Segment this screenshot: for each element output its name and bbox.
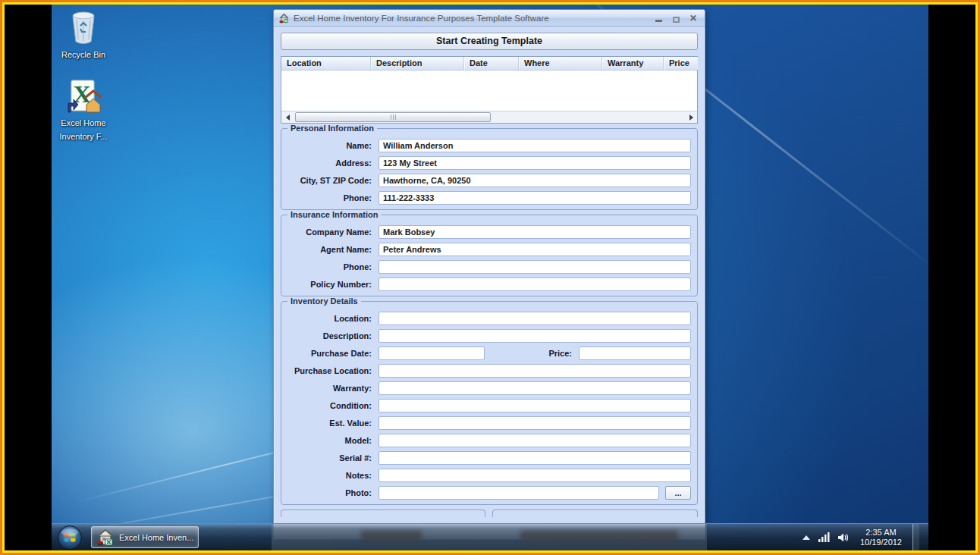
notes-field[interactable] xyxy=(378,469,691,482)
close-icon: ✕ xyxy=(689,13,697,24)
form-row: Condition: xyxy=(287,399,691,412)
bottom-left-group-stub xyxy=(281,510,485,517)
company-name-label: Company Name: xyxy=(287,227,378,237)
column-header-warranty[interactable]: Warranty xyxy=(602,57,664,70)
recycle-bin-icon xyxy=(66,9,101,45)
form-row: Phone: xyxy=(287,191,691,205)
insurance-phone-field[interactable] xyxy=(378,260,691,274)
description-label: Description: xyxy=(287,331,378,340)
policy-number-field[interactable] xyxy=(378,278,691,291)
form-row: Model: xyxy=(287,434,691,447)
form-row: Name: xyxy=(287,139,691,152)
clock-time: 2:35 AM xyxy=(865,528,896,537)
scroll-right-icon xyxy=(689,114,693,121)
purchase-location-label: Purchase Location: xyxy=(287,366,378,375)
warranty-field[interactable] xyxy=(378,381,691,395)
maximize-button[interactable] xyxy=(671,14,681,23)
est-value-field[interactable] xyxy=(378,416,691,430)
desktop-icon-label-line1: Excel Home xyxy=(61,118,105,127)
taskbar: Excel Home Inven... xyxy=(52,523,928,550)
agent-name-field[interactable] xyxy=(378,243,691,256)
clock[interactable]: 2:35 AM 10/19/2012 xyxy=(857,528,905,547)
network-bars-icon xyxy=(818,532,830,543)
notes-label: Notes: xyxy=(287,471,378,480)
network-icon[interactable] xyxy=(818,532,830,543)
column-header-date[interactable]: Date xyxy=(464,57,519,70)
column-header-description[interactable]: Description xyxy=(371,57,464,70)
purchase-date-label: Purchase Date: xyxy=(287,349,378,358)
agent-name-label: Agent Name: xyxy=(287,245,378,254)
insurance-information-group: Insurance Information Company Name: Agen… xyxy=(281,215,698,296)
company-name-field[interactable] xyxy=(378,225,691,239)
photo-field[interactable] xyxy=(378,486,659,500)
form-row: Location: xyxy=(287,312,691,325)
window-app-icon xyxy=(278,13,290,24)
form-row: Photo: ... xyxy=(287,486,691,500)
speaker-icon xyxy=(837,532,850,543)
scrollbar-track[interactable] xyxy=(294,111,685,123)
form-row: Purchase Date: Price: xyxy=(287,346,691,360)
column-header-where[interactable]: Where xyxy=(519,57,602,70)
photo-label: Photo: xyxy=(287,488,378,497)
maximize-icon xyxy=(673,17,680,23)
close-button[interactable]: ✕ xyxy=(688,14,699,23)
insurance-phone-label: Phone: xyxy=(287,262,378,271)
address-label: Address: xyxy=(287,158,378,168)
window-titlebar[interactable]: Excel Home Inventory For Insurance Purpo… xyxy=(274,10,705,27)
form-row: City, ST ZIP Code: xyxy=(287,174,691,187)
form-row: Description: xyxy=(287,329,691,343)
scrollbar-thumb[interactable] xyxy=(295,112,491,122)
volume-icon[interactable] xyxy=(837,532,850,543)
price-label-spacer: Price: xyxy=(485,349,579,358)
minimize-button[interactable] xyxy=(653,14,664,23)
form-row: Agent Name: xyxy=(287,243,691,256)
scroll-left-icon xyxy=(286,114,290,121)
desktop-icon-excel-home-inventory[interactable]: X Excel Home Inventory F... xyxy=(56,79,111,143)
condition-field[interactable] xyxy=(378,399,691,412)
desktop-icon-recycle-bin[interactable]: Recycle Bin xyxy=(56,9,111,61)
start-button[interactable] xyxy=(56,525,83,550)
serial-number-field[interactable] xyxy=(378,451,691,465)
chevron-up-icon xyxy=(803,535,810,540)
description-field[interactable] xyxy=(378,329,691,343)
location-field[interactable] xyxy=(378,312,691,325)
desktop: Recycle Bin X Excel Home Inventory F... xyxy=(52,5,928,550)
form-row: Est. Value: xyxy=(287,416,691,430)
browse-photo-button[interactable]: ... xyxy=(665,486,691,500)
model-field[interactable] xyxy=(378,434,691,447)
condition-label: Condition: xyxy=(287,401,378,410)
excel-home-inventory-icon: X xyxy=(66,79,101,114)
form-row: Phone: xyxy=(287,260,691,274)
address-field[interactable] xyxy=(378,156,691,170)
start-creating-template-button[interactable]: Start Creating Template xyxy=(281,33,698,50)
inventory-details-group: Inventory Details Location: Description:… xyxy=(281,301,698,505)
bottom-right-group-stub xyxy=(492,510,698,517)
personal-information-group: Personal Information Name: Address: City… xyxy=(281,128,698,210)
taskbar-app-button-label: Excel Home Inven... xyxy=(119,533,193,542)
inventory-table-body[interactable] xyxy=(281,71,697,111)
desktop-icon-label-line2: Inventory F... xyxy=(60,132,108,141)
warranty-label: Warranty: xyxy=(287,384,378,393)
desktop-icon-label: Excel Home Inventory F... xyxy=(60,118,108,141)
form-row: Company Name: xyxy=(287,225,691,239)
window-content: Start Creating Template Location Descrip… xyxy=(274,27,705,517)
city-state-zip-field[interactable] xyxy=(378,174,691,187)
price-label: Price: xyxy=(548,349,579,358)
column-header-price[interactable]: Price xyxy=(664,57,697,70)
name-field[interactable] xyxy=(378,139,691,152)
scroll-left-button[interactable] xyxy=(281,111,294,123)
show-hidden-icons-button[interactable] xyxy=(803,535,810,540)
column-header-location[interactable]: Location xyxy=(281,57,371,70)
blurred-dialog-button xyxy=(520,531,678,542)
show-desktop-button[interactable] xyxy=(912,524,919,550)
price-field[interactable] xyxy=(579,346,691,360)
personal-phone-field[interactable] xyxy=(378,191,691,205)
purchase-location-field[interactable] xyxy=(378,364,691,378)
inner-yellow-border: Recycle Bin X Excel Home Inventory F... xyxy=(2,2,978,553)
clock-date: 10/19/2012 xyxy=(860,538,902,547)
purchase-date-field[interactable] xyxy=(378,346,485,360)
policy-number-label: Policy Number: xyxy=(287,280,378,289)
taskbar-app-button[interactable]: Excel Home Inven... xyxy=(91,526,199,548)
desktop-icon-label: Recycle Bin xyxy=(61,50,105,59)
scroll-right-button[interactable] xyxy=(685,111,697,123)
